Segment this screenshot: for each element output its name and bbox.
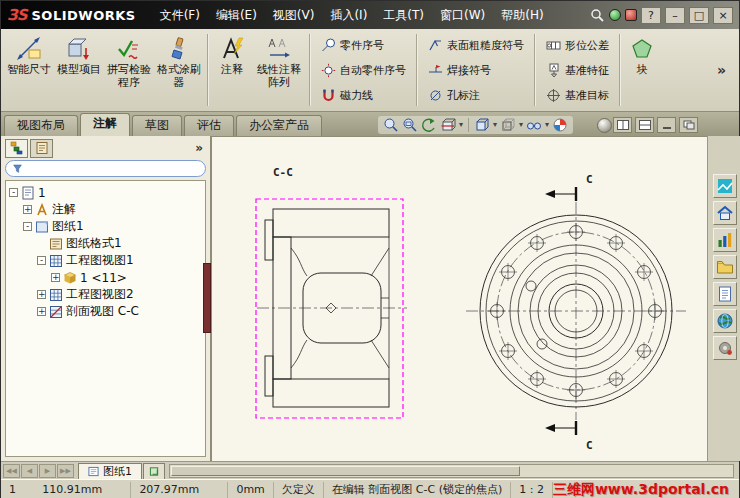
dropdown-arrow-icon[interactable]: ▾ [493, 117, 497, 133]
model-items-button[interactable]: 模型项目 [54, 31, 104, 109]
tab-view-layout[interactable]: 视图布局 [4, 115, 78, 136]
menu-insert[interactable]: 插入(I) [322, 2, 375, 29]
next-sheet-button[interactable]: ▶ [39, 464, 56, 478]
close-button[interactable]: × [713, 7, 733, 24]
window-restore-child-button[interactable] [679, 117, 698, 133]
tree-item-drawing-view1[interactable]: - 工程图视图1 [6, 252, 205, 269]
feature-tree-filter-input[interactable] [27, 162, 199, 175]
menu-window[interactable]: 窗口(W) [432, 2, 493, 29]
previous-sheet-button[interactable]: ◀ [21, 464, 38, 478]
drawing-view-2[interactable]: C C [466, 173, 686, 452]
spell-checker-button[interactable]: 拼写检验程序 [104, 31, 154, 109]
menu-file[interactable]: 文件(F) [152, 2, 208, 29]
datum-target-button[interactable]: 基准目标 [540, 83, 615, 107]
tab-annotation[interactable]: 注解 [80, 113, 130, 136]
expander-icon[interactable]: + [37, 290, 46, 299]
maximize-button[interactable]: □ [689, 7, 709, 24]
minimize-button[interactable]: – [665, 7, 685, 24]
tab-sketch[interactable]: 草图 [132, 115, 182, 136]
window-minimize-child-button[interactable] [657, 117, 676, 133]
gear-icon [716, 339, 734, 357]
tree-item-drawing-view2[interactable]: + 工程图视图2 [6, 286, 205, 303]
task-pane-file-explorer-button[interactable] [713, 255, 737, 279]
tab-evaluate[interactable]: 评估 [184, 115, 234, 136]
tree-item-sheet1[interactable]: - 图纸1 [6, 218, 205, 235]
auto-balloon-button[interactable]: 自动零件序号 [315, 58, 412, 82]
task-pane-home-button[interactable] [713, 201, 737, 225]
task-pane-view-palette-button[interactable] [713, 228, 737, 252]
menu-bar: 文件(F) 编辑(E) 视图(V) 插入(I) 工具(T) 窗口(W) 帮助(H… [152, 2, 552, 29]
add-sheet-tab[interactable] [143, 463, 165, 479]
task-pane-custom-properties-button[interactable] [713, 336, 737, 360]
expander-icon[interactable]: - [9, 188, 18, 197]
help-button[interactable]: ? [641, 7, 661, 24]
viewport-split-vertical-button[interactable] [613, 117, 632, 133]
hole-callout-button[interactable]: 孔标注 [422, 83, 530, 107]
display-style-icon[interactable] [500, 117, 516, 133]
cursor-y: 207.97mm [131, 482, 228, 498]
view-orientation-icon[interactable] [474, 117, 490, 133]
expander-icon[interactable]: + [51, 273, 60, 282]
dropdown-arrow-icon[interactable]: ▾ [519, 117, 523, 133]
viewport-split-horizontal-button[interactable] [635, 117, 654, 133]
horizontal-scrollbar[interactable] [169, 464, 734, 478]
menu-view[interactable]: 视图(V) [265, 2, 323, 29]
menu-help[interactable]: 帮助(H) [493, 2, 551, 29]
previous-view-icon[interactable] [421, 117, 437, 133]
magnetic-line-button[interactable]: 磁力线 [315, 83, 412, 107]
tree-item-annotations[interactable]: + 注解 [6, 201, 205, 218]
edit-appearance-icon[interactable] [552, 117, 568, 133]
dropdown-arrow-icon[interactable]: ▾ [459, 117, 463, 133]
panel-flyout-handle[interactable] [203, 263, 211, 333]
last-sheet-button[interactable]: ▶▶ [57, 464, 74, 478]
first-sheet-button[interactable]: ◀◀ [3, 464, 20, 478]
expander-icon[interactable]: + [37, 307, 46, 316]
editing-message: 在编辑 剖面视图 C-C (锁定的焦点) [324, 482, 511, 498]
weld-symbol-button[interactable]: 焊接符号 [422, 58, 530, 82]
expander-icon[interactable]: + [23, 205, 32, 214]
task-pane-web-button[interactable] [713, 309, 737, 333]
panel-expand-chevron[interactable]: » [195, 141, 206, 155]
dropdown-arrow-icon[interactable]: ▾ [545, 117, 549, 133]
expander-icon[interactable]: - [23, 222, 32, 231]
hide-show-items-icon[interactable] [526, 117, 542, 133]
section-view-c-c[interactable]: C-C [256, 166, 407, 418]
note-button[interactable]: 注释 [212, 31, 252, 109]
property-manager-tab-button[interactable] [30, 139, 53, 158]
feature-manager-tab-button[interactable] [5, 139, 28, 158]
expander-icon[interactable]: - [37, 256, 46, 265]
surface-finish-icon [428, 38, 443, 53]
surface-finish-button[interactable]: 表面粗糙度符号 [422, 33, 530, 57]
zoom-area-icon[interactable] [402, 117, 418, 133]
tree-item-drawing-root[interactable]: - 1 [6, 184, 205, 201]
section-view-icon[interactable] [440, 117, 456, 133]
sheet-bar: ◀◀ ◀ ▶ ▶▶ 图纸1 [1, 461, 739, 479]
block-icon [629, 36, 655, 62]
menu-tools[interactable]: 工具(T) [375, 2, 432, 29]
sheet-tab-sheet1[interactable]: 图纸1 [78, 463, 142, 479]
tree-item-section-view-cc[interactable]: + 剖面视图 C-C [6, 303, 205, 320]
tree-item-sheet-format1[interactable]: 图纸格式1 [6, 235, 205, 252]
menu-edit[interactable]: 编辑(E) [208, 2, 265, 29]
format-painter-button[interactable]: 格式涂刷器 [154, 31, 204, 109]
apply-scene-icon[interactable] [597, 118, 612, 133]
tab-office-products[interactable]: 办公室产品 [236, 115, 322, 136]
tree-item-part-instance[interactable]: + 1 <11> [6, 269, 205, 286]
balloon-button[interactable]: 零件序号 [315, 33, 412, 57]
tree-item-label: 工程图视图2 [66, 286, 134, 303]
ribbon-overflow-button[interactable]: » [707, 62, 736, 78]
datum-feature-button[interactable]: 基准特征 [540, 58, 615, 82]
block-button[interactable]: 块 [624, 31, 660, 109]
ribbon-separator [309, 34, 311, 106]
linear-note-pattern-button[interactable]: 线性注释阵列 [252, 31, 306, 109]
red-indicator-icon[interactable] [625, 9, 637, 21]
smart-dimension-button[interactable]: 智能尺寸 [4, 31, 54, 109]
zoom-fit-icon[interactable] [383, 117, 399, 133]
green-indicator-icon[interactable] [609, 9, 621, 21]
drawing-canvas[interactable]: C-C [211, 136, 707, 461]
scrollbar-thumb[interactable] [171, 466, 520, 476]
task-pane-resources-button[interactable] [713, 174, 737, 198]
search-icon[interactable] [590, 8, 605, 23]
task-pane-design-library-button[interactable] [713, 282, 737, 306]
geometric-tolerance-button[interactable]: 形位公差 [540, 33, 615, 57]
